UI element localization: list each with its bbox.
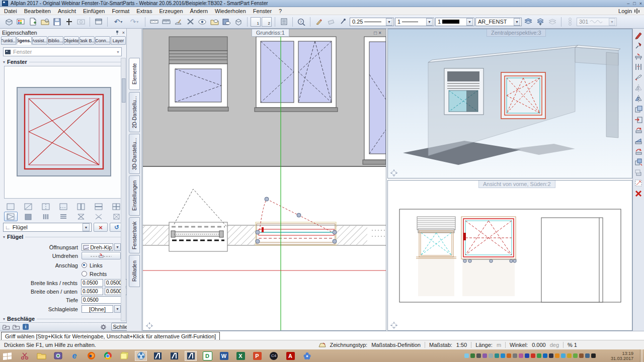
scrollbar-thumb[interactable] [122, 78, 126, 103]
menu-erzeugen[interactable]: Erzeugen [159, 8, 183, 14]
tray-icon[interactable] [495, 353, 499, 358]
plot-layout-icon[interactable] [63, 17, 74, 27]
internet-explorer-icon[interactable]: e [68, 351, 80, 361]
tray-icon[interactable] [519, 353, 523, 358]
mirror-tool-icon[interactable] [633, 94, 643, 104]
taskbar-clock[interactable]: 13:19 31.03.2017 [604, 351, 633, 361]
menu-extras[interactable]: Extras [136, 8, 152, 14]
chevron-down-icon[interactable]: ▼ [114, 243, 121, 251]
3d-view-icon[interactable] [3, 17, 14, 27]
wintype-horizontal-split-button[interactable] [92, 202, 105, 211]
move-into-document-icon[interactable] [633, 115, 643, 125]
wintype-two-pane-button[interactable] [74, 202, 88, 211]
tab-taskboard[interactable]: Task B... [79, 36, 95, 45]
wintype-vertical-dashed-button[interactable] [39, 202, 53, 211]
chevron-down-icon[interactable]: ▼ [466, 18, 473, 26]
allplan-icon-2[interactable] [168, 351, 180, 361]
section-fluegel[interactable]: ▾ Flügel [3, 234, 123, 240]
line-type-combo[interactable]: 1 ▼ [395, 18, 434, 26]
umdrehen-button[interactable] [82, 252, 121, 259]
tray-icon[interactable] [482, 353, 487, 358]
massstab-value[interactable]: 1:50 [456, 342, 467, 348]
tray-icon[interactable] [507, 353, 511, 358]
viewport-tab-ansicht-vorne[interactable]: Ansicht von vorne, Süden:2 [478, 180, 555, 188]
allplan-icon-3[interactable] [185, 351, 197, 361]
tab-funktionen[interactable]: Funkti... [1, 36, 16, 45]
wintype-fixed-button[interactable] [22, 212, 35, 221]
tray-icon[interactable] [525, 353, 529, 358]
help-cursor-icon[interactable]: ? [296, 17, 307, 27]
tray-icon[interactable] [591, 353, 596, 358]
menu-ansicht[interactable]: Ansicht [58, 8, 76, 14]
layer-combo[interactable]: AR_FENST ▼ [475, 18, 522, 26]
breite-oben-input[interactable] [81, 288, 103, 295]
layer-free-icon[interactable] [547, 17, 558, 27]
chevron-down-icon[interactable]: ▼ [426, 18, 433, 26]
acdsee-icon[interactable] [301, 351, 313, 361]
tab-connect[interactable]: Conn... [95, 36, 110, 45]
section-fenster[interactable]: ▾ Fenster [3, 59, 123, 65]
menu-format[interactable]: Format [112, 8, 129, 14]
green-d-app-icon[interactable]: D [201, 351, 213, 361]
tray-icon[interactable] [573, 353, 578, 358]
close-icon[interactable]: × [639, 1, 642, 6]
viewport-window-controls[interactable]: □× [374, 30, 383, 36]
layer-select-icon[interactable] [535, 17, 546, 27]
panel-close-icon[interactable]: × [122, 30, 125, 35]
image-viewer-icon[interactable] [52, 351, 64, 361]
mirror-copy-icon[interactable] [633, 83, 643, 93]
snipping-tool-icon[interactable] [19, 351, 31, 361]
menu-einfuegen[interactable]: Einfügen [83, 8, 105, 14]
copy-tool-icon[interactable] [633, 104, 643, 114]
tray-icon[interactable] [531, 353, 535, 358]
pencil-tool-icon[interactable] [633, 30, 643, 40]
tray-icon[interactable] [489, 353, 493, 358]
excel-icon[interactable]: X [234, 351, 247, 361]
tab-objekte[interactable]: Objekte [64, 36, 79, 45]
wintype-dreh-button[interactable] [4, 212, 18, 221]
rotate-tool-icon[interactable] [633, 125, 643, 135]
tray-icon[interactable] [549, 353, 553, 358]
layer-stack-icon[interactable] [523, 17, 534, 27]
chevron-down-icon[interactable]: ▼ [514, 18, 520, 26]
duplicate-tool-icon[interactable] [633, 157, 643, 167]
info-icon[interactable]: i [23, 324, 29, 330]
delete-subobject-button[interactable]: × [94, 223, 108, 232]
anschlag-rechts-radio[interactable] [82, 271, 87, 277]
zeichnungstyp-value[interactable]: Maßstabs-Definition [371, 342, 421, 348]
tray-icon[interactable] [561, 353, 566, 358]
login-menu[interactable]: Login [618, 8, 632, 14]
side-tab-rollladen[interactable]: Rollladen [129, 255, 140, 287]
new-document-icon[interactable] [27, 17, 38, 27]
tray-icon[interactable] [585, 353, 590, 358]
gear-icon[interactable] [100, 324, 107, 330]
save-settings-icon[interactable] [221, 17, 232, 27]
side-tab-elemente[interactable]: Elemente [129, 58, 140, 90]
tab-bibliothek[interactable]: Biblio... [48, 36, 63, 45]
pipette-icon[interactable] [338, 17, 349, 27]
viewport-tab-zentralperspektive[interactable]: Zentralperspektive:3 [487, 29, 546, 37]
tray-icon[interactable] [543, 353, 547, 358]
breite-links-input[interactable] [81, 279, 103, 287]
save-icon[interactable] [51, 17, 62, 27]
menu-hilfe[interactable]: ? [279, 8, 282, 14]
print-preview-icon[interactable] [75, 17, 87, 27]
tape-measure-icon[interactable] [160, 17, 172, 27]
oeffnungsart-dropdown[interactable]: Dreh-Kipp [82, 243, 113, 251]
acrobat-reader-icon[interactable]: A [284, 351, 296, 361]
line-color-combo[interactable]: 1 ▼ [435, 18, 474, 26]
move-element-icon[interactable] [633, 167, 643, 177]
tab-assistenten[interactable]: Assist... [32, 36, 47, 45]
panel-scrollbar[interactable] [121, 58, 126, 321]
wintype-plain-button[interactable] [4, 202, 18, 211]
menu-datei[interactable]: Datei [4, 8, 17, 14]
chevron-down-icon[interactable]: ▼ [386, 18, 392, 26]
side-tab-einstellungen[interactable]: Einstellungen [129, 175, 140, 216]
wintype-cross-button[interactable] [74, 212, 88, 221]
maximize-icon[interactable]: □ [633, 1, 635, 6]
tray-icon[interactable] [470, 353, 475, 358]
wintype-horizontal-dashed-button[interactable] [57, 202, 70, 211]
tiefe-input[interactable] [82, 296, 122, 304]
wintype-horizontal-bars-button[interactable] [57, 212, 70, 221]
side-tab-fensterbank[interactable]: Fensterbank [129, 217, 140, 253]
